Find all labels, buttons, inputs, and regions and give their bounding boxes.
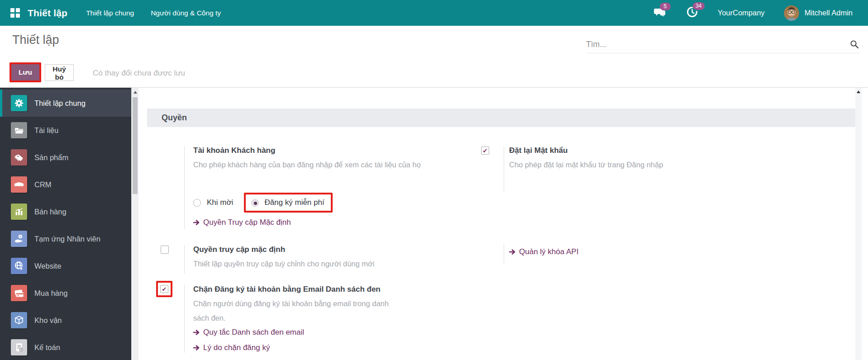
setting-divider <box>184 285 185 353</box>
page-title: Thiết lập <box>12 33 59 47</box>
default-access-checkbox[interactable]: ✔ <box>161 246 169 254</box>
content-scrollbar[interactable] <box>855 88 862 360</box>
sidebar-item-crm[interactable]: CRM <box>0 171 131 198</box>
search-icon[interactable] <box>850 40 859 51</box>
handshake-icon <box>11 176 27 193</box>
sidebar-item-label: Tạm ứng Nhân viên <box>34 235 100 243</box>
settings-body: Thiết lập chung Tài liệu Sản phẩm CRM Bá… <box>0 88 868 360</box>
top-navbar: Thiết lập Thiết lập chung Người dùng & C… <box>0 0 868 26</box>
sidebar-item-products[interactable]: Sản phẩm <box>0 144 131 171</box>
sidebar-item-label: Kế toán <box>34 343 60 352</box>
blacklist-rules-link[interactable]: Quy tắc Danh sách đen email <box>193 328 304 337</box>
sidebar-item-website[interactable]: Website <box>0 252 131 279</box>
apps-grid-icon[interactable] <box>10 8 20 18</box>
setting-divider <box>504 244 504 264</box>
radio-free-signup-label[interactable]: Đăng ký miễn phí <box>264 198 324 207</box>
discard-button[interactable]: Huỷ bỏ <box>45 64 74 81</box>
arrow-right-icon <box>193 329 200 336</box>
setting-divider <box>184 146 185 229</box>
reset-password-title: Đặt lại Mật khẩu <box>509 146 568 155</box>
radio-free-signup[interactable] <box>251 199 259 207</box>
sidebar-item-inventory[interactable]: Kho vận <box>0 307 131 334</box>
company-switcher[interactable]: YourCompany <box>718 9 765 17</box>
default-access-title: Quyền truy cập mặc định <box>193 245 285 254</box>
default-access-desc: Thiết lập quyền truy cập tuỳ chỉnh cho n… <box>193 256 375 271</box>
search-placeholder: Tìm... <box>586 40 606 49</box>
sidebar-item-purchase[interactable]: Mua hàng <box>0 279 131 307</box>
user-avatar[interactable] <box>784 5 799 21</box>
blacklist-desc: Chặn người dùng đăng ký tài khoản bằng e… <box>193 296 406 325</box>
radio-on-invitation-label[interactable]: Khi mời <box>207 198 233 207</box>
messages-button[interactable]: 5 <box>653 7 666 19</box>
arrow-right-icon <box>193 219 200 226</box>
search-input[interactable]: Tìm... <box>586 38 861 53</box>
blacklist-checkbox-highlight: ✔ <box>156 281 172 297</box>
sidebar-item-label: CRM <box>34 180 52 189</box>
globe-icon <box>11 258 27 274</box>
reset-password-checkbox[interactable]: ✔ <box>481 147 489 155</box>
customer-account-title: Tài khoản Khách hàng <box>193 146 275 155</box>
blacklist-title: Chặn Đăng ký tài khoản bằng Email Danh s… <box>193 285 381 294</box>
sidebar-item-label: Bán hàng <box>34 208 67 216</box>
settings-sidebar: Thiết lập chung Tài liệu Sản phẩm CRM Bá… <box>0 88 131 360</box>
setting-divider <box>184 245 185 274</box>
activities-badge: 34 <box>693 2 705 10</box>
gear-icon <box>11 95 27 111</box>
save-button[interactable]: Lưu <box>11 64 39 81</box>
credit-card-icon <box>11 285 27 301</box>
sidebar-item-label: Thiết lập chung <box>34 99 86 108</box>
arrow-right-icon <box>509 249 516 255</box>
reset-password-desc: Cho phép đặt lại mật khẩu từ trang Đăng … <box>509 157 663 172</box>
scroll-up-arrow-icon[interactable] <box>857 90 860 93</box>
sidebar-item-documents[interactable]: Tài liệu <box>0 117 131 144</box>
menu-users-companies[interactable]: Người dùng & Công ty <box>151 0 221 26</box>
hand-coin-icon: $ <box>11 231 27 247</box>
sidebar-item-sales[interactable]: Bán hàng <box>0 198 131 225</box>
activities-button[interactable]: 34 <box>687 6 698 19</box>
default-access-rights-link[interactable]: Quyền Truy cập Mặc định <box>193 218 291 227</box>
sidebar-item-employee-advance[interactable]: $ Tạm ứng Nhân viên <box>0 225 131 252</box>
signup-block-reasons-link[interactable]: Lý do chặn đăng ký <box>193 343 270 352</box>
settings-content: Quyền Tài khoản Khách hàng Cho phép khác… <box>138 88 862 360</box>
section-title: Quyền <box>162 113 187 122</box>
box-icon <box>11 312 27 328</box>
folder-icon <box>11 122 27 138</box>
blacklist-checkbox[interactable]: ✔ <box>160 285 168 293</box>
free-signup-highlight: Đăng ký miễn phí <box>244 193 332 213</box>
sidebar-item-label: Website <box>34 262 61 270</box>
control-panel: Thiết lập Lưu Huỷ bỏ Có thay đổi chưa đư… <box>0 26 868 88</box>
sidebar-scrollbar[interactable] <box>131 88 138 360</box>
tags-icon <box>11 149 27 166</box>
sidebar-item-label: Kho vận <box>34 316 62 325</box>
sidebar-item-label: Mua hàng <box>34 289 67 298</box>
section-header: Quyền <box>147 109 862 127</box>
app-name[interactable]: Thiết lập <box>28 8 67 19</box>
setting-divider <box>504 146 504 193</box>
radio-on-invitation[interactable] <box>193 199 201 207</box>
manage-api-keys-link[interactable]: Quản lý khóa API <box>509 247 578 256</box>
sidebar-item-label: Sản phẩm <box>34 153 68 162</box>
arrow-right-icon <box>193 345 200 351</box>
customer-account-desc: Cho phép khách hàng của bạn đăng nhập để… <box>193 157 474 172</box>
sidebar-item-label: Tài liệu <box>34 126 58 135</box>
sidebar-item-accounting[interactable]: $Kế toán <box>0 334 131 360</box>
bar-chart-icon <box>11 204 27 220</box>
save-button-highlight: Lưu <box>10 62 41 82</box>
unsaved-changes-note: Có thay đổi chưa được lưu <box>93 69 185 78</box>
user-menu[interactable]: Mitchell Admin <box>805 9 853 17</box>
messages-badge: 5 <box>660 3 671 10</box>
invoice-icon: $ <box>11 339 27 355</box>
sidebar-scrollbar-thumb[interactable] <box>133 97 138 194</box>
menu-general-settings[interactable]: Thiết lập chung <box>86 0 134 26</box>
scroll-up-arrow-icon[interactable] <box>134 91 137 94</box>
sidebar-item-general-settings[interactable]: Thiết lập chung <box>0 90 131 117</box>
